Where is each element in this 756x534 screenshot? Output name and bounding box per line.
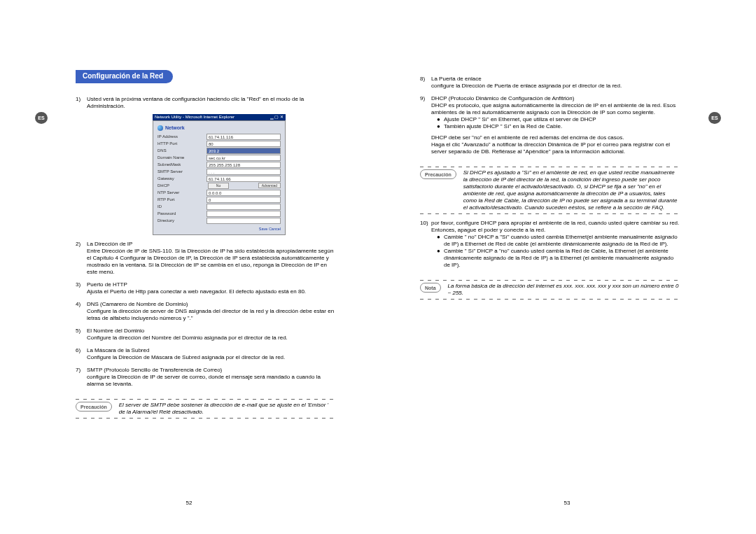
page-number: 52 xyxy=(186,500,192,506)
item-desc: Entre Dirección de IP de SNS-110. Si la … xyxy=(87,248,336,276)
field-value[interactable]: sec.co.kr xyxy=(206,155,281,161)
item-text: La Dirección de IPEntre Dirección de IP … xyxy=(87,241,336,276)
field-value[interactable]: 203.2 xyxy=(206,148,281,154)
page-spread: ES Configuración de la Red 1) Usted verá… xyxy=(0,0,756,534)
dhcp-select[interactable]: No xyxy=(208,183,229,189)
field-label: Directory xyxy=(158,218,206,224)
divider xyxy=(420,280,680,281)
form-row: Gateway61.74.11.66 xyxy=(158,176,281,182)
language-tab-right: ES xyxy=(708,112,721,124)
list-item: 3)Puerto de HTTPAjusta el Puerto de Http… xyxy=(76,281,336,295)
list-item: 7)SMTP (Protocolo Sencillo de Transferen… xyxy=(76,367,336,388)
window-title: Network Utility - Microsoft Internet Exp… xyxy=(155,115,234,120)
field-label: Domain Name xyxy=(158,155,206,161)
item-desc: Configure la dirección del Nombre del Do… xyxy=(87,335,336,342)
field-value[interactable]: 80 xyxy=(206,141,281,147)
note-callout: Nota La forma básica de la dirección del… xyxy=(420,280,680,300)
item-text: DHCP (Protocolo Dinámico de Configuració… xyxy=(431,95,680,155)
form-row: SMTP Server . . . xyxy=(158,169,281,175)
list-item: 9)DHCP (Protocolo Dinámico de Configurac… xyxy=(420,95,680,155)
bullet-text: También ajuste DHCP " Sí" en la Red de C… xyxy=(444,123,562,130)
left-page: ES Configuración de la Red 1) Usted verá… xyxy=(0,0,378,534)
field-value[interactable] xyxy=(206,218,281,224)
caution-callout: Precaución El server de SMTP debe sosten… xyxy=(76,399,336,419)
bullet-item: ●Cambie " no" DHCP a "Sí" cuando usted c… xyxy=(431,234,680,248)
field-label: RTP Port xyxy=(158,197,206,203)
list-item: 2)La Dirección de IPEntre Dirección de I… xyxy=(76,241,336,276)
field-value[interactable] xyxy=(206,204,281,210)
form-row: DHCP No Advanced xyxy=(158,183,281,189)
page-number: 53 xyxy=(564,500,570,506)
item-title: SMTP (Protocolo Sencillo de Transferenci… xyxy=(87,367,222,373)
form-row: Domain Namesec.co.kr xyxy=(158,155,281,161)
item-title: La Puerta de enlace xyxy=(431,76,482,82)
field-label: Password xyxy=(158,211,206,217)
field-label: SMTP Server xyxy=(158,169,206,175)
field-label: ID xyxy=(158,204,206,210)
window-titlebar: Network Utility - Microsoft Internet Exp… xyxy=(153,114,286,121)
item-text: Usted verá la próxima ventana de configu… xyxy=(87,96,336,110)
form-row: SubnetMask255.255.255.128 xyxy=(158,162,281,168)
form-row: Password xyxy=(158,211,281,217)
window-controls: ▁ ▢ ✕ xyxy=(270,115,284,120)
bullet-icon: ● xyxy=(437,234,444,248)
item-number: 1) xyxy=(76,96,87,110)
divider xyxy=(76,399,336,400)
form-row: RTP Port0 xyxy=(158,197,281,203)
bullet-text: Ajuste DHCP " Sí" en Ethernet, que utili… xyxy=(444,116,596,123)
bullet-item: ●Cambie " Sí" DHCP a "no" cuando usted c… xyxy=(431,248,680,269)
caution-callout: Precaución Si DHCP es ajustado a "Sí" en… xyxy=(420,167,680,214)
caution-badge: Precaución xyxy=(76,402,112,412)
globe-icon xyxy=(158,125,163,131)
item-desc: configure la Dirección de Puerta de enla… xyxy=(431,83,680,90)
field-label: Gateway xyxy=(158,176,206,182)
list-item: 4)DNS (Camarero de Nombre de Dominio)Con… xyxy=(76,301,336,322)
bullet-icon: ● xyxy=(437,123,444,130)
form-row: NTP Server0.0.0.0 xyxy=(158,190,281,196)
bullet-text: Cambie " no" DHCP a "Sí" cuando usted ca… xyxy=(444,234,680,248)
field-value[interactable]: 61.74.11.116 xyxy=(206,134,281,140)
item-text: La Puerta de enlaceconfigure la Direcció… xyxy=(431,76,680,90)
list-item: 1) Usted verá la próxima ventana de conf… xyxy=(76,96,336,110)
item-text: Puerto de HTTPAjusta el Puerto de Http p… xyxy=(87,281,336,295)
item-title: La Máscara de la Subred xyxy=(87,347,149,353)
divider xyxy=(76,418,336,419)
item-desc: por favor, configure DHCP para apropiar … xyxy=(431,220,679,233)
field-value[interactable]: 0 xyxy=(206,197,281,203)
bullet-icon: ● xyxy=(437,248,444,269)
item-number: 6) xyxy=(76,347,87,361)
item-text: DNS (Camarero de Nombre de Dominio)Confi… xyxy=(87,301,336,322)
bullet-item: ●Ajuste DHCP " Sí" en Ethernet, que util… xyxy=(431,116,680,123)
right-content: 8)La Puerta de enlaceconfigure la Direcc… xyxy=(420,70,680,492)
item-desc: DHCP es protocolo, que asigna automática… xyxy=(431,102,680,116)
field-value[interactable]: 0.0.0.0 xyxy=(206,190,281,196)
divider xyxy=(420,299,680,300)
bullet-icon: ● xyxy=(437,116,444,123)
item-text: El Nombre del DominioConfigure la direcc… xyxy=(87,328,336,342)
embedded-screenshot: Network Utility - Microsoft Internet Exp… xyxy=(153,114,286,235)
field-value[interactable] xyxy=(206,211,281,217)
form-row: Directory xyxy=(158,218,281,224)
section-title: Configuración de la Red xyxy=(76,70,173,83)
form-row: ID xyxy=(158,204,281,210)
item-title: Puerto de HTTP xyxy=(87,281,127,288)
item-desc: Configure la dirección de server de DNS … xyxy=(87,308,336,322)
advanced-button[interactable]: Advanced xyxy=(258,183,281,188)
form-row: DNS203.2 xyxy=(158,148,281,154)
panel-title: Network xyxy=(165,125,185,132)
item-number: 4) xyxy=(76,301,87,322)
divider xyxy=(420,167,680,167)
note-text: La forma básica de la dirección del inte… xyxy=(448,283,680,297)
item-title: El Nombre del Dominio xyxy=(87,328,144,334)
bullet-item: ●También ajuste DHCP " Sí" en la Red de … xyxy=(431,123,680,130)
field-label: NTP Server xyxy=(158,190,206,196)
field-label: DNS xyxy=(158,148,206,154)
field-label: DHCP xyxy=(158,183,206,189)
note-badge: Nota xyxy=(420,283,441,293)
field-value[interactable]: 255.255.255.128 xyxy=(206,162,281,168)
caution-text: Si DHCP es ajustado a "Sí" en el ambient… xyxy=(463,169,680,211)
field-value[interactable]: . . . xyxy=(206,169,281,175)
divider xyxy=(420,213,680,214)
field-value[interactable]: 61.74.11.66 xyxy=(206,176,281,182)
window-body: Network IP Address61.74.11.116HTTP Port8… xyxy=(153,120,286,235)
